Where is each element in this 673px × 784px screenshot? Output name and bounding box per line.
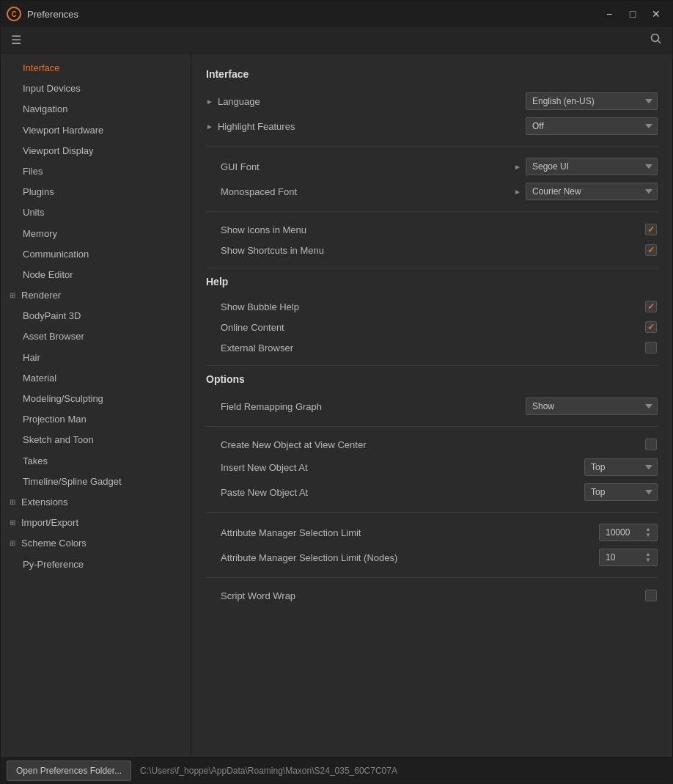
divider-5 [206,426,658,427]
sidebar-item-renderer[interactable]: ⊞ Renderer [1,285,191,306]
sidebar-item-extensions-label: Extensions [21,496,68,509]
sidebar-item-navigation[interactable]: Navigation [1,99,191,120]
show-shortcuts-checkbox[interactable]: ✓ [644,243,658,257]
show-shortcuts-control: ✓ [644,243,658,257]
attr-mgr-nodes-limit-down-arrow[interactable]: ▼ [645,557,651,563]
external-browser-checkbox-inner[interactable] [645,342,657,353]
sidebar-item-import-export-label: Import/Export [21,516,78,530]
show-icons-label: Show Icons in Menu [206,224,644,235]
attr-mgr-nodes-limit-input[interactable] [606,552,642,563]
online-content-checkbox[interactable]: ✓ [644,320,658,334]
sidebar-item-py-preference[interactable]: Py-Preference [1,554,191,575]
sidebar-item-navigation-label: Navigation [23,103,67,116]
external-browser-label: External Browser [206,342,644,353]
external-browser-checkbox[interactable] [644,341,658,354]
paste-new-object-label: Paste New Object At [206,487,584,498]
online-content-checkbox-inner[interactable]: ✓ [645,321,657,333]
create-new-object-checkbox[interactable] [644,438,658,451]
close-button[interactable]: ✕ [646,5,666,23]
attr-mgr-nodes-limit-spinbox[interactable]: ▲ ▼ [599,549,658,566]
sidebar-item-modeling-sculpting[interactable]: Modeling/Sculpting [1,389,191,409]
sidebar-item-units[interactable]: Units [1,202,191,223]
language-control: English (en-US) German French [526,92,658,110]
insert-new-object-dropdown[interactable]: Top Bottom [584,458,658,476]
show-bubble-help-row: Show Bubble Help ✓ [206,296,658,317]
attr-mgr-limit-spinbox[interactable]: ▲ ▼ [599,524,658,541]
app-icon: C [7,7,21,21]
external-browser-control [644,341,658,354]
attr-mgr-limit-down-arrow[interactable]: ▼ [645,532,651,538]
sidebar-item-node-editor[interactable]: Node Editor [1,265,191,285]
monospaced-font-arrow: ► [514,188,521,196]
sidebar-item-modeling-sculpting-label: Modeling/Sculpting [23,392,103,406]
show-shortcuts-checkmark: ✓ [647,246,655,254]
section-title-options: Options [206,373,658,385]
sidebar-item-projection-man[interactable]: Projection Man [1,409,191,430]
sidebar-item-import-export[interactable]: ⊞ Import/Export [1,513,191,533]
paste-new-object-dropdown[interactable]: Top Bottom [584,483,658,501]
show-icons-checkbox-inner[interactable]: ✓ [645,224,657,235]
menu-button[interactable]: ☰ [7,30,26,50]
monospaced-font-label: Monospaced Font [206,186,514,197]
gui-font-control: ► Segoe UI Arial [514,158,658,175]
sidebar-item-scheme-colors-label: Scheme Colors [21,537,87,550]
sidebar-item-memory[interactable]: Memory [1,224,191,244]
maximize-button[interactable]: □ [622,5,643,23]
sidebar-item-extensions[interactable]: ⊞ Extensions [1,492,191,513]
divider-1 [206,146,658,147]
highlight-features-control: Off On [526,117,658,135]
attr-mgr-limit-input[interactable] [606,527,642,538]
create-new-object-checkbox-inner[interactable] [645,439,657,450]
sidebar-item-material[interactable]: Material [1,368,191,389]
highlight-features-dropdown[interactable]: Off On [526,117,658,135]
show-icons-row: Show Icons in Menu ✓ [206,219,658,240]
sidebar-item-interface-label: Interface [23,62,60,75]
sidebar-item-takes[interactable]: Takes [1,451,191,472]
script-word-wrap-checkbox[interactable] [644,589,658,602]
sidebar-item-timeline[interactable]: Timeline/Spline Gadget [1,472,191,492]
sidebar-item-input-devices[interactable]: Input Devices [1,78,191,99]
online-content-checkmark: ✓ [647,323,655,331]
sidebar-item-interface[interactable]: Interface [1,58,191,78]
gui-font-row: GUI Font ► Segoe UI Arial [206,154,658,179]
search-button[interactable] [646,30,666,50]
highlight-features-label: Highlight Features [218,121,526,132]
script-word-wrap-row: Script Word Wrap [206,585,658,606]
show-icons-checkbox[interactable]: ✓ [644,223,658,236]
expand-icon-extensions: ⊞ [10,497,18,508]
sidebar-item-viewport-display[interactable]: Viewport Display [1,141,191,161]
language-expand-arrow[interactable]: ► [206,98,213,106]
sidebar-item-sketch-and-toon[interactable]: Sketch and Toon [1,430,191,450]
minimize-button[interactable]: − [599,5,619,23]
show-shortcuts-checkbox-inner[interactable]: ✓ [645,244,657,256]
language-dropdown[interactable]: English (en-US) German French [526,92,658,110]
sidebar-item-communication[interactable]: Communication [1,244,191,265]
open-preferences-folder-button[interactable]: Open Preferences Folder... [7,761,131,781]
sidebar-item-viewport-hardware-label: Viewport Hardware [23,124,103,137]
sidebar-item-asset-browser[interactable]: Asset Browser [1,326,191,347]
field-remapping-dropdown[interactable]: Show Hide [526,398,658,415]
show-bubble-help-checkbox[interactable]: ✓ [644,300,658,313]
sidebar-item-plugins[interactable]: Plugins [1,182,191,202]
show-bubble-help-checkbox-inner[interactable]: ✓ [645,301,657,312]
insert-new-object-label: Insert New Object At [206,462,584,473]
sidebar-item-hair[interactable]: Hair [1,348,191,368]
sidebar-item-scheme-colors[interactable]: ⊞ Scheme Colors [1,533,191,554]
toolbar: ☰ [1,27,672,54]
show-bubble-help-checkmark: ✓ [647,302,655,311]
divider-6 [206,512,658,513]
options-group-2: Create New Object at View Center Insert … [206,434,658,505]
sidebar-item-bodypaint[interactable]: BodyPaint 3D [1,306,191,326]
monospaced-font-dropdown[interactable]: Courier New Consolas [526,183,658,200]
options-group-4: Script Word Wrap [206,585,658,606]
sidebar-item-viewport-hardware[interactable]: Viewport Hardware [1,120,191,141]
sidebar-item-files-label: Files [23,165,43,178]
sidebar-item-files[interactable]: Files [1,161,191,182]
show-bubble-help-label: Show Bubble Help [206,301,644,312]
external-browser-row: External Browser [206,337,658,358]
attr-mgr-nodes-limit-row: Attribute Manager Selection Limit (Nodes… [206,545,658,570]
highlight-expand-arrow[interactable]: ► [206,122,213,131]
script-word-wrap-checkbox-inner[interactable] [645,590,657,601]
sidebar-item-hair-label: Hair [23,351,40,364]
gui-font-dropdown[interactable]: Segoe UI Arial [526,158,658,175]
